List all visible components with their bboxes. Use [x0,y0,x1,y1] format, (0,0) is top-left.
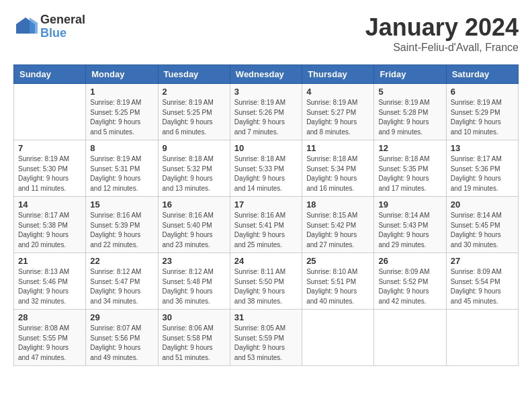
sunrise-text: Sunrise: 8:06 AM [163,324,226,334]
sunrise-text: Sunrise: 8:18 AM [234,154,298,165]
day-info: Sunrise: 8:18 AMSunset: 5:32 PMDaylight:… [163,154,226,193]
day-info: Sunrise: 8:14 AMSunset: 5:45 PMDaylight:… [451,211,514,250]
daylight-text: Daylight: 9 hours and 27 minutes. [306,230,369,250]
sunset-text: Sunset: 5:58 PM [163,334,226,344]
daylight-text: Daylight: 9 hours and 10 minutes. [451,118,514,137]
calendar-table: SundayMondayTuesdayWednesdayThursdayFrid… [13,64,519,366]
daylight-text: Daylight: 9 hours and 25 minutes. [234,230,298,250]
col-header-monday: Monday [86,65,158,84]
calendar-week-row: 28Sunrise: 8:08 AMSunset: 5:55 PMDayligh… [14,310,519,366]
daylight-text: Daylight: 9 hours and 38 minutes. [234,287,298,306]
day-number: 23 [163,256,226,266]
calendar-cell: 11Sunrise: 8:18 AMSunset: 5:34 PMDayligh… [302,140,374,197]
sunrise-text: Sunrise: 8:16 AM [163,211,226,221]
sunrise-text: Sunrise: 8:12 AM [163,267,226,277]
sunset-text: Sunset: 5:27 PM [306,108,369,118]
day-info: Sunrise: 8:17 AMSunset: 5:38 PMDaylight:… [18,211,81,250]
calendar-cell: 29Sunrise: 8:07 AMSunset: 5:56 PMDayligh… [86,310,158,366]
daylight-text: Daylight: 9 hours and 51 minutes. [163,343,226,363]
daylight-text: Daylight: 9 hours and 29 minutes. [378,230,441,250]
daylight-text: Daylight: 9 hours and 47 minutes. [18,343,81,363]
sunset-text: Sunset: 5:59 PM [234,334,298,344]
day-info: Sunrise: 8:19 AMSunset: 5:28 PMDaylight:… [378,98,441,137]
calendar-cell: 7Sunrise: 8:19 AMSunset: 5:30 PMDaylight… [14,140,86,197]
sunrise-text: Sunrise: 8:08 AM [18,324,81,334]
calendar-cell: 31Sunrise: 8:05 AMSunset: 5:59 PMDayligh… [230,310,302,366]
day-info: Sunrise: 8:16 AMSunset: 5:39 PMDaylight:… [90,211,153,250]
sunset-text: Sunset: 5:29 PM [451,108,514,118]
daylight-text: Daylight: 9 hours and 36 minutes. [163,287,226,306]
sunset-text: Sunset: 5:55 PM [18,334,81,344]
sunset-text: Sunset: 5:42 PM [306,221,369,231]
day-info: Sunrise: 8:18 AMSunset: 5:34 PMDaylight:… [306,154,369,193]
calendar-cell: 20Sunrise: 8:14 AMSunset: 5:45 PMDayligh… [446,197,518,253]
sunrise-text: Sunrise: 8:12 AM [90,267,153,277]
day-info: Sunrise: 8:19 AMSunset: 5:25 PMDaylight:… [163,98,226,137]
sunrise-text: Sunrise: 8:17 AM [451,154,514,165]
sunrise-text: Sunrise: 8:19 AM [378,98,441,108]
sunrise-text: Sunrise: 8:10 AM [306,267,369,277]
col-header-sunday: Sunday [14,65,86,84]
day-info: Sunrise: 8:07 AMSunset: 5:56 PMDaylight:… [90,324,153,363]
col-header-tuesday: Tuesday [158,65,230,84]
calendar-cell: 1Sunrise: 8:19 AMSunset: 5:25 PMDaylight… [86,84,158,140]
day-number: 9 [163,143,226,153]
sunrise-text: Sunrise: 8:17 AM [18,211,81,221]
daylight-text: Daylight: 9 hours and 32 minutes. [18,287,81,306]
logo: General Blue [13,13,85,40]
sunrise-text: Sunrise: 8:07 AM [90,324,153,334]
calendar-cell: 8Sunrise: 8:19 AMSunset: 5:31 PMDaylight… [86,140,158,197]
calendar-cell: 21Sunrise: 8:13 AMSunset: 5:46 PMDayligh… [14,253,86,310]
calendar-week-row: 21Sunrise: 8:13 AMSunset: 5:46 PMDayligh… [14,253,519,310]
page-header: General Blue January 2024 Saint-Feliu-d'… [13,13,519,54]
logo-blue-text: Blue [40,27,85,40]
day-info: Sunrise: 8:05 AMSunset: 5:59 PMDaylight:… [234,324,298,363]
daylight-text: Daylight: 9 hours and 45 minutes. [451,287,514,306]
calendar-cell: 4Sunrise: 8:19 AMSunset: 5:27 PMDaylight… [302,84,374,140]
calendar-cell [302,310,374,366]
calendar-cell: 19Sunrise: 8:14 AMSunset: 5:43 PMDayligh… [374,197,446,253]
day-info: Sunrise: 8:17 AMSunset: 5:36 PMDaylight:… [451,154,514,193]
title-block: January 2024 Saint-Feliu-d'Avall, France [365,13,519,54]
day-info: Sunrise: 8:12 AMSunset: 5:48 PMDaylight:… [163,267,226,306]
calendar-cell: 26Sunrise: 8:09 AMSunset: 5:52 PMDayligh… [374,253,446,310]
day-number: 5 [378,87,441,97]
calendar-cell: 14Sunrise: 8:17 AMSunset: 5:38 PMDayligh… [14,197,86,253]
sunset-text: Sunset: 5:40 PM [163,221,226,231]
sunrise-text: Sunrise: 8:19 AM [234,98,298,108]
calendar-cell [374,310,446,366]
sunrise-text: Sunrise: 8:14 AM [378,211,441,221]
calendar-cell: 6Sunrise: 8:19 AMSunset: 5:29 PMDaylight… [446,84,518,140]
sunset-text: Sunset: 5:30 PM [18,165,81,175]
day-number: 4 [306,87,369,97]
day-info: Sunrise: 8:09 AMSunset: 5:54 PMDaylight:… [451,267,514,306]
calendar-cell [446,310,518,366]
sunrise-text: Sunrise: 8:11 AM [234,267,298,277]
sunrise-text: Sunrise: 8:09 AM [378,267,441,277]
day-info: Sunrise: 8:19 AMSunset: 5:29 PMDaylight:… [451,98,514,137]
calendar-week-row: 7Sunrise: 8:19 AMSunset: 5:30 PMDaylight… [14,140,519,197]
col-header-saturday: Saturday [446,65,518,84]
day-number: 10 [234,143,298,153]
calendar-cell: 2Sunrise: 8:19 AMSunset: 5:25 PMDaylight… [158,84,230,140]
sunset-text: Sunset: 5:35 PM [378,165,441,175]
day-info: Sunrise: 8:15 AMSunset: 5:42 PMDaylight:… [306,211,369,250]
daylight-text: Daylight: 9 hours and 9 minutes. [378,118,441,137]
daylight-text: Daylight: 9 hours and 17 minutes. [378,174,441,193]
day-number: 14 [18,199,81,210]
sunset-text: Sunset: 5:51 PM [306,277,369,287]
day-info: Sunrise: 8:16 AMSunset: 5:41 PMDaylight:… [234,211,298,250]
sunset-text: Sunset: 5:32 PM [163,165,226,175]
calendar-cell: 28Sunrise: 8:08 AMSunset: 5:55 PMDayligh… [14,310,86,366]
col-header-wednesday: Wednesday [230,65,302,84]
calendar-cell: 27Sunrise: 8:09 AMSunset: 5:54 PMDayligh… [446,253,518,310]
day-number: 6 [451,87,514,97]
sunset-text: Sunset: 5:36 PM [451,165,514,175]
day-number: 19 [378,199,441,210]
sunset-text: Sunset: 5:45 PM [451,221,514,231]
calendar-week-row: 1Sunrise: 8:19 AMSunset: 5:25 PMDaylight… [14,84,519,140]
daylight-text: Daylight: 9 hours and 12 minutes. [90,174,153,193]
sunset-text: Sunset: 5:41 PM [234,221,298,231]
daylight-text: Daylight: 9 hours and 34 minutes. [90,287,153,306]
day-number: 13 [451,143,514,153]
